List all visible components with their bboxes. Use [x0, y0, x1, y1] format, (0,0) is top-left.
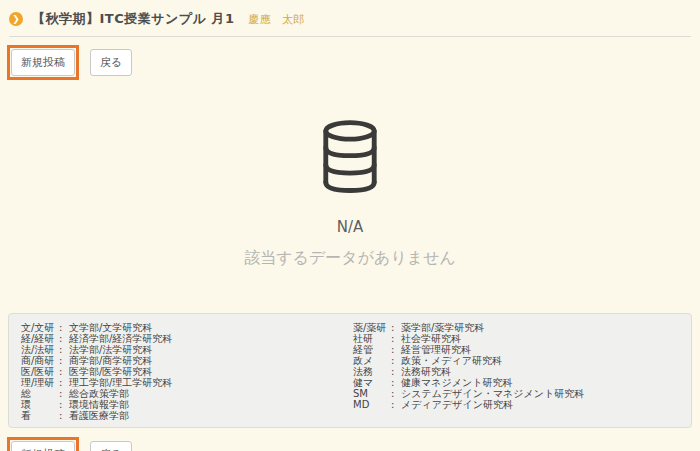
legend-abbr: MD	[353, 399, 391, 410]
legend-colon: :	[59, 399, 69, 410]
legend-colon: :	[391, 399, 401, 410]
legend-colon: :	[59, 333, 69, 344]
legend-name: 政策・メディア研究科	[401, 355, 502, 366]
new-post-button[interactable]: 新規投稿	[11, 49, 75, 76]
instructor-link[interactable]: 慶應 太郎	[249, 12, 305, 27]
legend-row: 医/医研 : 医学部/医学研究科	[21, 366, 353, 377]
legend-name: 医学部/医学研究科	[69, 366, 152, 377]
new-post-highlight-box: 新規投稿	[7, 45, 79, 80]
legend-abbr: 健マ	[353, 377, 391, 388]
page-title: 【秋学期】ITC授業サンプル 月1	[32, 10, 235, 28]
legend-abbr: 環	[21, 399, 59, 410]
legend-name: メディアデザイン研究科	[401, 399, 513, 410]
legend-row: 法/法研 : 法学部/法学研究科	[21, 344, 353, 355]
legend-colon: :	[391, 366, 401, 377]
legend-colon: :	[59, 355, 69, 366]
legend-abbr: 文/文研	[21, 322, 59, 333]
legend-colon: :	[59, 388, 69, 399]
legend-row: 理/理研 : 理工学部/理工学研究科	[21, 377, 353, 388]
legend-abbr: 経管	[353, 344, 391, 355]
back-button-bottom[interactable]: 戻る	[90, 441, 132, 451]
legend-colon: :	[59, 366, 69, 377]
legend-row: MD : メディアデザイン研究科	[353, 399, 584, 410]
legend-row: 法務 : 法務研究科	[353, 366, 584, 377]
empty-message: 該当するデータがありません	[0, 248, 700, 269]
legend-abbr: 経/経研	[21, 333, 59, 344]
legend-row: 社研 : 社会学研究科	[353, 333, 584, 344]
legend-name: 薬学部/薬学研究科	[401, 322, 484, 333]
legend-name: システムデザイン・マネジメント研究科	[401, 388, 584, 399]
legend-colon: :	[59, 344, 69, 355]
legend-abbr: 社研	[353, 333, 391, 344]
legend-colon: :	[391, 322, 401, 333]
legend-colon: :	[59, 377, 69, 388]
legend-abbr: 薬/薬研	[353, 322, 391, 333]
legend-row: 政メ : 政策・メディア研究科	[353, 355, 584, 366]
legend-name: 経営管理研究科	[401, 344, 471, 355]
back-button[interactable]: 戻る	[90, 49, 132, 76]
legend-row: SM : システムデザイン・マネジメント研究科	[353, 388, 584, 399]
legend-name: 経済学部/経済学研究科	[69, 333, 172, 344]
legend-colon: :	[391, 344, 401, 355]
legend-name: 総合政策学部	[69, 388, 129, 399]
legend-abbr: 医/医研	[21, 366, 59, 377]
legend-colon: :	[391, 355, 401, 366]
legend-row: 環 : 環境情報学部	[21, 399, 353, 410]
legend-abbr: 法/法研	[21, 344, 59, 355]
legend-colon: :	[391, 377, 401, 388]
legend-row: 看 : 看護医療学部	[21, 410, 353, 421]
legend-row: 健マ : 健康マネジメント研究科	[353, 377, 584, 388]
faculty-legend-panel: 文/文研 : 文学部/文学研究科 経/経研 : 経済学部/経済学研究科 法/法研…	[8, 313, 692, 428]
header-divider	[9, 36, 691, 37]
legend-row: 経/経研 : 経済学部/経済学研究科	[21, 333, 353, 344]
legend-right-column: 薬/薬研 : 薬学部/薬学研究科 社研 : 社会学研究科 経管 : 経営管理研究…	[353, 322, 584, 419]
new-post-highlight-box-bottom: 新規投稿	[7, 437, 79, 451]
legend-abbr: 法務	[353, 366, 391, 377]
legend-row: 経管 : 経営管理研究科	[353, 344, 584, 355]
empty-state: N/A 該当するデータがありません	[0, 120, 700, 269]
legend-abbr: 理/理研	[21, 377, 59, 388]
new-post-button-bottom[interactable]: 新規投稿	[11, 441, 75, 451]
legend-row: 文/文研 : 文学部/文学研究科	[21, 322, 353, 333]
legend-name: 社会学研究科	[401, 333, 461, 344]
bottom-toolbar: 新規投稿 戻る	[7, 437, 700, 451]
legend-name: 法務研究科	[401, 366, 451, 377]
legend-abbr: SM	[353, 388, 391, 399]
legend-abbr: 総	[21, 388, 59, 399]
legend-row: 商/商研 : 商学部/商学研究科	[21, 355, 353, 366]
legend-colon: :	[391, 333, 401, 344]
chevron-circle-icon: ❯	[9, 12, 23, 26]
legend-colon: :	[391, 388, 401, 399]
na-label: N/A	[0, 218, 700, 236]
page-header: ❯ 【秋学期】ITC授業サンプル 月1 慶應 太郎	[0, 0, 700, 36]
legend-abbr: 看	[21, 410, 59, 421]
legend-name: 環境情報学部	[69, 399, 129, 410]
legend-name: 文学部/文学研究科	[69, 322, 152, 333]
legend-colon: :	[59, 410, 69, 421]
legend-abbr: 政メ	[353, 355, 391, 366]
legend-colon: :	[59, 322, 69, 333]
legend-name: 理工学部/理工学研究科	[69, 377, 172, 388]
legend-name: 法学部/法学研究科	[69, 344, 152, 355]
legend-name: 看護医療学部	[69, 410, 129, 421]
legend-left-column: 文/文研 : 文学部/文学研究科 経/経研 : 経済学部/経済学研究科 法/法研…	[21, 322, 353, 419]
legend-name: 商学部/商学研究科	[69, 355, 152, 366]
legend-abbr: 商/商研	[21, 355, 59, 366]
legend-name: 健康マネジメント研究科	[401, 377, 512, 388]
database-icon	[0, 120, 700, 202]
top-toolbar: 新規投稿 戻る	[7, 45, 700, 80]
legend-row: 総 : 総合政策学部	[21, 388, 353, 399]
legend-row: 薬/薬研 : 薬学部/薬学研究科	[353, 322, 584, 333]
